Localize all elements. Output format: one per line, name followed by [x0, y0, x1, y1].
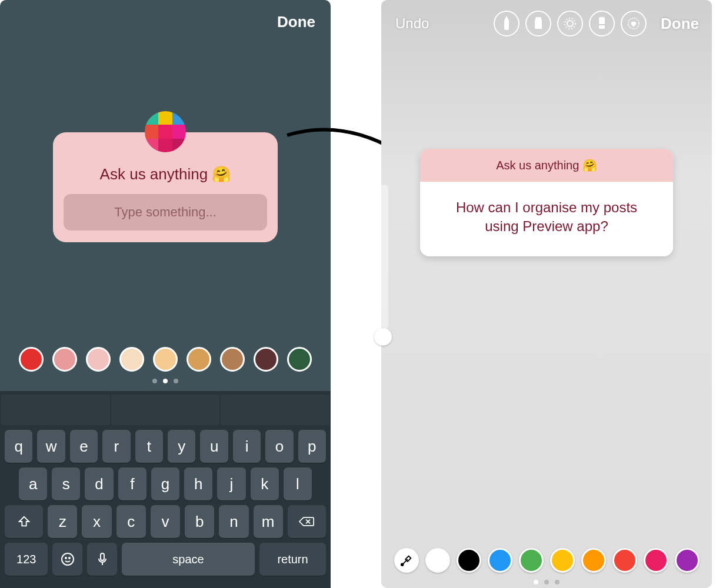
key-p[interactable]: p — [298, 430, 326, 463]
keyboard-row-4: 123 space return — [0, 540, 331, 578]
color-swatch[interactable] — [187, 347, 211, 372]
numbers-key[interactable]: 123 — [5, 543, 48, 576]
key-m[interactable]: m — [254, 505, 283, 538]
keyboard-row-2: asdfghjkl — [0, 465, 331, 503]
key-l[interactable]: l — [284, 467, 312, 500]
color-swatch[interactable] — [52, 347, 77, 372]
done-button[interactable]: Done — [661, 15, 699, 33]
key-h[interactable]: h — [184, 467, 212, 500]
emoji-key[interactable] — [52, 543, 82, 576]
key-c[interactable]: c — [116, 505, 146, 538]
key-r[interactable]: r — [102, 430, 130, 463]
question-prompt: Ask us anything 🤗 — [420, 149, 673, 182]
space-key[interactable]: space — [122, 543, 255, 576]
svg-point-2 — [69, 557, 70, 559]
marker-tool-icon[interactable] — [525, 11, 551, 36]
key-k[interactable]: k — [251, 467, 279, 500]
keyboard-row-1: qwertyuiop — [0, 427, 331, 465]
color-swatch[interactable] — [254, 347, 278, 372]
key-y[interactable]: y — [168, 430, 195, 463]
key-n[interactable]: n — [219, 505, 248, 538]
key-b[interactable]: b — [185, 505, 214, 538]
ios-keyboard: qwertyuiop asdfghjkl zxcvbnm 123 space r… — [0, 391, 331, 588]
question-answer: How can I organise my posts using Previe… — [420, 182, 673, 256]
question-prompt[interactable]: Ask us anything 🤗 — [64, 165, 267, 183]
color-swatch[interactable] — [425, 548, 450, 573]
key-j[interactable]: j — [217, 467, 245, 500]
color-swatch[interactable] — [220, 347, 245, 372]
svg-point-4 — [567, 21, 573, 26]
color-swatch[interactable] — [488, 548, 512, 573]
question-response-sticker[interactable]: Ask us anything 🤗 How can I organise my … — [420, 149, 673, 256]
color-swatch[interactable] — [675, 548, 700, 573]
key-e[interactable]: e — [70, 430, 98, 463]
color-swatch[interactable] — [550, 548, 575, 573]
key-d[interactable]: d — [85, 467, 113, 500]
brush-size-track — [380, 185, 388, 329]
shift-key[interactable] — [5, 505, 43, 538]
color-page-dots — [381, 580, 712, 584]
return-key[interactable]: return — [259, 543, 326, 576]
color-swatch[interactable] — [644, 548, 668, 573]
color-swatch[interactable] — [86, 347, 111, 372]
eraser-tool-icon[interactable] — [589, 11, 615, 36]
svg-point-5 — [565, 18, 575, 29]
question-input[interactable]: Type something... — [64, 194, 267, 230]
question-sticker-edit[interactable]: Ask us anything 🤗 Type something... — [53, 132, 278, 242]
backspace-key[interactable] — [288, 505, 326, 538]
key-v[interactable]: v — [151, 505, 180, 538]
color-swatch[interactable] — [287, 347, 312, 372]
color-swatch[interactable] — [581, 548, 606, 573]
svg-rect-7 — [599, 24, 605, 25]
mic-key[interactable] — [87, 543, 117, 576]
color-swatch[interactable] — [19, 347, 44, 372]
profile-avatar — [145, 111, 186, 152]
undo-button[interactable]: Undo — [395, 15, 429, 32]
svg-rect-6 — [599, 17, 605, 29]
keyboard-row-3: zxcvbnm — [0, 503, 331, 540]
key-i[interactable]: i — [233, 430, 261, 463]
key-w[interactable]: w — [37, 430, 65, 463]
key-g[interactable]: g — [151, 467, 179, 500]
story-editor-answer: Undo Done Ask us anything 🤗 How can I or… — [381, 0, 712, 588]
key-a[interactable]: a — [19, 467, 47, 500]
key-q[interactable]: q — [5, 430, 32, 463]
color-swatch[interactable] — [153, 347, 178, 372]
key-x[interactable]: x — [82, 505, 111, 538]
color-swatch[interactable] — [457, 548, 481, 573]
left-header: Done — [0, 0, 331, 31]
svg-rect-3 — [101, 553, 104, 560]
key-u[interactable]: u — [200, 430, 228, 463]
color-picker-row — [0, 347, 331, 372]
brush-size-handle[interactable] — [374, 328, 392, 346]
key-z[interactable]: z — [48, 505, 77, 538]
key-s[interactable]: s — [52, 467, 80, 500]
heart-stamp-icon[interactable] — [621, 11, 647, 36]
color-swatch[interactable] — [612, 548, 637, 573]
pen-tool-icon[interactable] — [494, 11, 519, 36]
svg-point-1 — [65, 557, 66, 559]
key-f[interactable]: f — [118, 467, 146, 500]
story-editor-create: Done Ask us anything 🤗 Type something...… — [0, 0, 331, 588]
key-t[interactable]: t — [135, 430, 163, 463]
color-swatch[interactable] — [119, 347, 144, 372]
keyboard-suggestions[interactable] — [0, 395, 331, 427]
color-picker-row — [381, 548, 712, 573]
neon-tool-icon[interactable] — [557, 11, 583, 36]
done-button[interactable]: Done — [277, 13, 315, 31]
key-o[interactable]: o — [265, 430, 293, 463]
eyedropper-icon[interactable] — [394, 548, 419, 573]
color-swatch[interactable] — [519, 548, 544, 573]
svg-point-9 — [401, 564, 403, 566]
color-page-dots — [0, 379, 331, 383]
right-header: Undo Done — [381, 0, 712, 36]
svg-point-0 — [62, 553, 74, 565]
